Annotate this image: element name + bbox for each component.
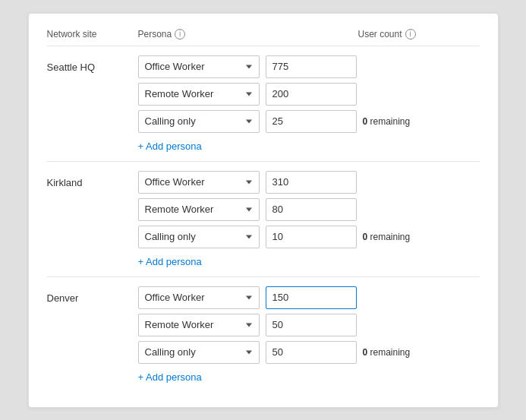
add-persona-button[interactable]: + Add persona	[138, 253, 480, 267]
count-input-0-1[interactable]	[266, 83, 357, 106]
count-input-2-0[interactable]	[266, 286, 357, 309]
persona-select-0-1[interactable]: Office WorkerRemote WorkerCalling only	[138, 83, 260, 106]
persona-select-wrapper: Office WorkerRemote WorkerCalling only	[138, 226, 260, 248]
remaining-label: 0 remaining	[363, 347, 411, 358]
site-section-seattle-hq: Seattle HQOffice WorkerRemote WorkerCall…	[47, 46, 480, 162]
site-section-kirkland: KirklandOffice WorkerRemote WorkerCallin…	[47, 162, 480, 277]
persona-select-1-2[interactable]: Office WorkerRemote WorkerCalling only	[138, 226, 260, 248]
field-row: Office WorkerRemote WorkerCalling only0 …	[138, 226, 480, 248]
count-input-1-0[interactable]	[266, 171, 357, 194]
site-label: Denver	[47, 286, 138, 304]
count-input-1-2[interactable]	[266, 226, 357, 248]
persona-select-wrapper: Office WorkerRemote WorkerCalling only	[138, 55, 260, 78]
persona-select-wrapper: Office WorkerRemote WorkerCalling only	[138, 171, 260, 194]
persona-select-1-1[interactable]: Office WorkerRemote WorkerCalling only	[138, 198, 260, 221]
field-row: Office WorkerRemote WorkerCalling only0 …	[138, 341, 480, 364]
site-row: DenverOffice WorkerRemote WorkerCalling …	[47, 286, 480, 383]
site-fields: Office WorkerRemote WorkerCalling onlyOf…	[138, 171, 480, 267]
remaining-label: 0 remaining	[363, 232, 411, 242]
persona-select-2-2[interactable]: Office WorkerRemote WorkerCalling only	[138, 341, 260, 364]
persona-select-0-2[interactable]: Office WorkerRemote WorkerCalling only	[138, 110, 260, 133]
persona-select-wrapper: Office WorkerRemote WorkerCalling only	[138, 314, 260, 336]
site-label: Kirkland	[47, 171, 138, 188]
field-row: Office WorkerRemote WorkerCalling only0 …	[138, 110, 480, 133]
persona-select-wrapper: Office WorkerRemote WorkerCalling only	[138, 341, 260, 364]
field-row: Office WorkerRemote WorkerCalling only	[138, 83, 480, 106]
persona-select-2-1[interactable]: Office WorkerRemote WorkerCalling only	[138, 314, 260, 336]
field-row: Office WorkerRemote WorkerCalling only	[138, 171, 480, 194]
site-fields: Office WorkerRemote WorkerCalling onlyOf…	[138, 286, 480, 383]
count-input-2-2[interactable]	[266, 341, 357, 364]
add-persona-button[interactable]: + Add persona	[138, 368, 480, 383]
remaining-label: 0 remaining	[363, 116, 411, 127]
table-header: Network site Persona i User count i	[47, 29, 480, 46]
count-input-0-2[interactable]	[266, 110, 357, 133]
persona-select-wrapper: Office WorkerRemote WorkerCalling only	[138, 83, 260, 106]
site-row: KirklandOffice WorkerRemote WorkerCallin…	[47, 171, 480, 267]
field-row: Office WorkerRemote WorkerCalling only	[138, 198, 480, 221]
user-count-info-icon[interactable]: i	[405, 29, 416, 39]
sites-container: Seattle HQOffice WorkerRemote WorkerCall…	[47, 46, 480, 392]
persona-info-icon[interactable]: i	[175, 29, 185, 39]
field-row: Office WorkerRemote WorkerCalling only	[138, 314, 480, 336]
persona-select-wrapper: Office WorkerRemote WorkerCalling only	[138, 110, 260, 133]
field-row: Office WorkerRemote WorkerCalling only	[138, 55, 480, 78]
network-site-header: Network site	[47, 29, 138, 39]
field-row: Office WorkerRemote WorkerCalling only	[138, 286, 480, 309]
site-section-denver: DenverOffice WorkerRemote WorkerCalling …	[47, 277, 480, 392]
site-label: Seattle HQ	[47, 55, 138, 73]
main-card: Network site Persona i User count i Seat…	[28, 13, 499, 408]
user-count-header: User count i	[358, 29, 480, 39]
persona-select-2-0[interactable]: Office WorkerRemote WorkerCalling only	[138, 286, 260, 309]
add-persona-button[interactable]: + Add persona	[138, 137, 480, 152]
persona-select-1-0[interactable]: Office WorkerRemote WorkerCalling only	[138, 171, 260, 194]
count-input-2-1[interactable]	[266, 314, 357, 336]
persona-header: Persona i	[138, 29, 358, 39]
count-input-1-1[interactable]	[266, 198, 357, 221]
persona-select-wrapper: Office WorkerRemote WorkerCalling only	[138, 286, 260, 309]
site-row: Seattle HQOffice WorkerRemote WorkerCall…	[47, 55, 480, 152]
persona-select-0-0[interactable]: Office WorkerRemote WorkerCalling only	[138, 55, 260, 78]
site-fields: Office WorkerRemote WorkerCalling onlyOf…	[138, 55, 480, 152]
count-input-0-0[interactable]	[266, 55, 357, 78]
persona-select-wrapper: Office WorkerRemote WorkerCalling only	[138, 198, 260, 221]
